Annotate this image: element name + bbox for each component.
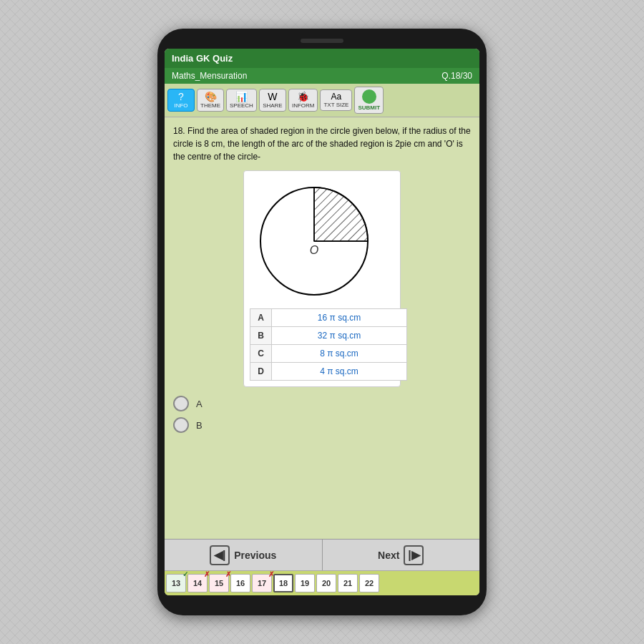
phone-speaker bbox=[301, 39, 343, 43]
speech-icon: 📊 bbox=[235, 92, 248, 102]
phone-device: India GK Quiz Maths_Mensuration Q.18/30 … bbox=[157, 29, 487, 615]
inform-button[interactable]: 🐞 INFORM bbox=[288, 89, 318, 112]
txtsize-button[interactable]: Aa TXT SIZE bbox=[320, 89, 352, 111]
next-button[interactable]: Next |▶ bbox=[323, 540, 480, 570]
theme-button[interactable]: 🎨 THEME bbox=[197, 89, 224, 112]
speech-button[interactable]: 📊 SPEECH bbox=[226, 89, 257, 112]
circle-diagram-svg: O bbox=[250, 177, 379, 306]
info-icon: ? bbox=[178, 92, 184, 102]
content-area: 18. Find the area of shaded region in th… bbox=[165, 117, 479, 539]
txtsize-icon: Aa bbox=[331, 92, 342, 101]
option-value-c: 8 π sq.cm bbox=[272, 345, 407, 363]
share-button[interactable]: W SHARE bbox=[259, 89, 286, 112]
radio-b[interactable] bbox=[173, 417, 189, 433]
app-title-bar: India GK Quiz bbox=[165, 49, 479, 68]
option-b-label: B bbox=[196, 420, 203, 431]
option-label-a: A bbox=[250, 309, 272, 327]
table-row: A 16 π sq.cm bbox=[250, 309, 407, 327]
table-row: B 32 π sq.cm bbox=[250, 327, 407, 345]
next-arrow-icon: |▶ bbox=[404, 545, 424, 565]
share-icon: W bbox=[268, 92, 277, 102]
page-num-18[interactable]: 18 bbox=[273, 574, 293, 592]
option-value-d: 4 π sq.cm bbox=[272, 363, 407, 381]
question-number: 18. bbox=[173, 126, 185, 136]
next-label: Next bbox=[378, 550, 399, 561]
option-label-d: D bbox=[250, 363, 272, 381]
svg-text:O: O bbox=[310, 244, 318, 256]
subtitle-bar: Maths_Mensuration Q.18/30 bbox=[165, 68, 479, 84]
phone-screen: India GK Quiz Maths_Mensuration Q.18/30 … bbox=[165, 49, 479, 595]
answers-table: A 16 π sq.cm B 32 π sq.cm C 8 π sq.cm D … bbox=[250, 308, 407, 381]
submit-circle-icon bbox=[362, 89, 376, 104]
option-row-a: A bbox=[173, 396, 471, 411]
toolbar: ? INFO 🎨 THEME 📊 SPEECH W SHARE 🐞 INFORM… bbox=[165, 84, 479, 117]
info-button[interactable]: ? INFO bbox=[167, 89, 195, 112]
submit-button[interactable]: SUBMIT bbox=[354, 87, 384, 114]
previous-label: Previous bbox=[234, 550, 276, 561]
page-num-22[interactable]: 22 bbox=[359, 574, 379, 592]
page-num-13[interactable]: 13✓ bbox=[166, 574, 186, 592]
app-title: India GK Quiz bbox=[172, 53, 233, 64]
option-a-label: A bbox=[196, 399, 203, 409]
pagination-bar: 13✓14✗15✗1617✗1819202122 bbox=[165, 570, 479, 595]
page-num-21[interactable]: 21 bbox=[338, 574, 358, 592]
previous-button[interactable]: ◀| Previous bbox=[165, 540, 323, 570]
radio-a[interactable] bbox=[173, 396, 189, 411]
subtitle-text: Maths_Mensuration bbox=[172, 71, 247, 81]
previous-arrow-icon: ◀| bbox=[210, 545, 230, 565]
page-num-16[interactable]: 16 bbox=[230, 574, 250, 592]
table-row: C 8 π sq.cm bbox=[250, 345, 407, 363]
page-num-14[interactable]: 14✗ bbox=[187, 574, 208, 592]
option-value-b: 32 π sq.cm bbox=[272, 327, 407, 345]
option-value-a: 16 π sq.cm bbox=[272, 309, 407, 327]
option-label-b: B bbox=[250, 327, 272, 345]
page-num-20[interactable]: 20 bbox=[316, 574, 336, 592]
question-body: Find the area of shaded region in the ci… bbox=[173, 126, 471, 162]
page-num-15[interactable]: 15✗ bbox=[209, 574, 229, 592]
question-counter: Q.18/30 bbox=[441, 71, 472, 81]
page-num-19[interactable]: 19 bbox=[295, 574, 315, 592]
diagram-container: O A 16 π sq.cm B 32 π sq.cm C 8 π sq.cm bbox=[243, 170, 401, 387]
question-text: 18. Find the area of shaded region in th… bbox=[173, 125, 471, 163]
navigation-bar: ◀| Previous Next |▶ bbox=[165, 539, 479, 570]
inform-icon: 🐞 bbox=[297, 92, 309, 102]
theme-icon: 🎨 bbox=[205, 92, 217, 102]
option-label-c: C bbox=[250, 345, 272, 363]
table-row: D 4 π sq.cm bbox=[250, 363, 407, 381]
option-row-b: B bbox=[173, 417, 471, 433]
page-num-17[interactable]: 17✗ bbox=[252, 574, 272, 592]
